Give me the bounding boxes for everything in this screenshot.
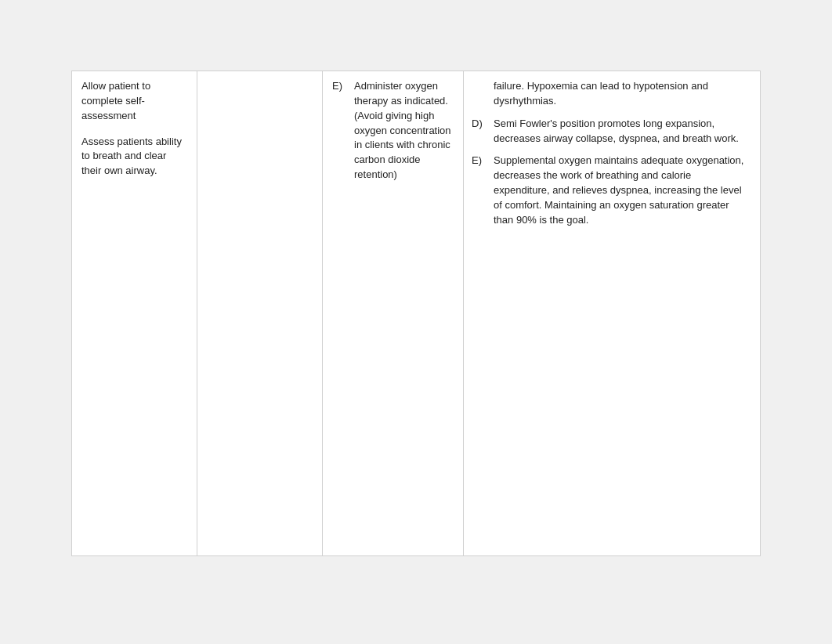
middle-answer-e: E) Administer oxygen therapy as indicate…	[332, 79, 454, 183]
right-text-e: Supplemental oxygen maintains adequate o…	[494, 154, 749, 227]
middle-column: E) Administer oxygen therapy as indicate…	[323, 71, 464, 555]
card: Allow patient to complete self-assessmen…	[71, 71, 761, 556]
middle-label-e: E)	[332, 79, 354, 183]
right-label-d: D)	[472, 117, 494, 147]
right-answer-failure: failure. Hypoxemia can lead to hypotensi…	[472, 79, 749, 109]
middle-text-e: Administer oxygen therapy as indicated. …	[354, 79, 454, 183]
left-column: Allow patient to complete self-assessmen…	[72, 71, 197, 555]
right-text-failure: failure. Hypoxemia can lead to hypotensi…	[494, 79, 749, 109]
right-column: failure. Hypoxemia can lead to hypotensi…	[464, 71, 760, 555]
page-container: Allow patient to complete self-assessmen…	[0, 0, 832, 644]
right-answer-d: D) Semi Fowler's position promotes long …	[472, 117, 749, 147]
right-label-e: E)	[472, 154, 494, 227]
left-para-1: Allow patient to complete self-assessmen…	[81, 79, 187, 124]
right-label-failure	[472, 79, 494, 109]
right-text-d: Semi Fowler's position promotes long exp…	[494, 117, 749, 147]
left-para-2: Assess patients ability to breath and cl…	[81, 135, 187, 179]
middle-left-column	[197, 71, 323, 555]
right-answer-e: E) Supplemental oxygen maintains adequat…	[472, 154, 749, 227]
